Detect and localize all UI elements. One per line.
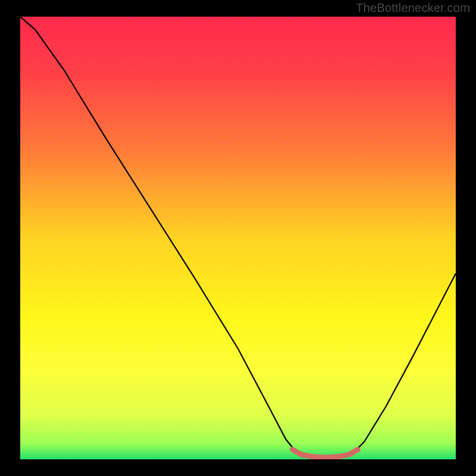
gradient-background bbox=[20, 17, 456, 459]
bottleneck-chart bbox=[0, 0, 476, 476]
attribution-label: TheBottlenecker.com bbox=[356, 1, 470, 15]
